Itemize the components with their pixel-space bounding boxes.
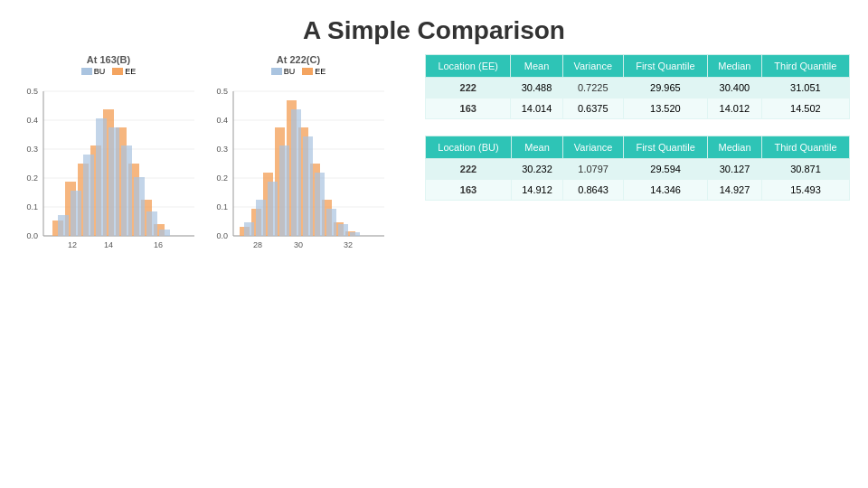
table-ee-header-mean: Mean xyxy=(511,55,562,78)
svg-rect-64 xyxy=(303,136,313,236)
table-bu-header-location: Location (BU) xyxy=(426,136,512,159)
table-bu-row2-firstq: 14.346 xyxy=(624,180,708,201)
svg-text:30: 30 xyxy=(294,240,303,249)
svg-text:0.5: 0.5 xyxy=(216,87,228,96)
table-ee-row1-mean: 30.488 xyxy=(511,78,562,99)
table-bu-row2-median: 14.927 xyxy=(708,180,762,201)
table-bu-header-mean: Mean xyxy=(511,136,562,159)
svg-text:0.3: 0.3 xyxy=(26,145,38,154)
table-bu-row1-median: 30.127 xyxy=(708,159,762,180)
svg-text:0.1: 0.1 xyxy=(216,202,228,211)
table-bu-row2-label: 163 xyxy=(426,180,512,201)
table-bu-row1-label: 222 xyxy=(426,159,512,180)
chart163-legend-bu: BU xyxy=(94,67,106,76)
table-bu-row1-mean: 30.232 xyxy=(511,159,562,180)
table-bu-row1-variance: 1.0797 xyxy=(563,159,624,180)
svg-text:0.5: 0.5 xyxy=(26,87,38,96)
svg-rect-26 xyxy=(96,118,107,236)
table-ee-row1-thirdq: 31.051 xyxy=(761,78,849,99)
svg-rect-59 xyxy=(244,222,254,236)
svg-rect-62 xyxy=(279,145,289,236)
table-bu-header-variance: Variance xyxy=(563,136,624,159)
svg-text:0.2: 0.2 xyxy=(26,174,38,183)
svg-text:0.3: 0.3 xyxy=(216,145,228,154)
svg-rect-23 xyxy=(58,215,69,236)
svg-rect-65 xyxy=(315,173,325,236)
svg-rect-61 xyxy=(268,182,278,236)
svg-rect-66 xyxy=(326,209,336,236)
table-bu: Location (BU) Mean Variance First Quanti… xyxy=(425,136,850,201)
table-bu-row2-thirdq: 15.493 xyxy=(761,180,849,201)
chart222-legend-ee: EE xyxy=(315,67,326,76)
table-ee-row1-firstq: 29.965 xyxy=(623,78,707,99)
chart-163-svg: 0.5 0.4 0.3 0.2 0.1 0.0 xyxy=(18,78,199,258)
chart-222-title: At 222(C) xyxy=(277,54,320,65)
table-bu-row1-firstq: 29.594 xyxy=(624,159,708,180)
svg-text:0.4: 0.4 xyxy=(26,116,38,125)
table-row: 222 30.488 0.7225 29.965 30.400 31.051 xyxy=(426,78,850,99)
table-bu-row2-mean: 14.912 xyxy=(511,180,562,201)
page-title: A Simple Comparison xyxy=(303,16,565,45)
table-ee-header-median: Median xyxy=(707,55,761,78)
svg-rect-29 xyxy=(134,177,145,236)
svg-rect-67 xyxy=(338,224,348,236)
chart222-legend-bu: BU xyxy=(284,67,296,76)
table-ee-header-variance: Variance xyxy=(562,55,623,78)
svg-rect-28 xyxy=(121,145,132,236)
table-ee-row2-firstq: 13.520 xyxy=(623,99,707,119)
main-content: At 163(B) BU EE 0.5 0.4 0.3 0.2 0.1 0 xyxy=(0,54,868,258)
svg-rect-30 xyxy=(146,211,157,236)
table-row: 163 14.014 0.6375 13.520 14.012 14.502 xyxy=(426,99,850,119)
table-ee-row2-label: 163 xyxy=(426,99,511,119)
svg-rect-68 xyxy=(350,232,360,236)
table-ee-row2-median: 14.012 xyxy=(707,99,761,119)
table-ee-row2-mean: 14.014 xyxy=(511,99,562,119)
chart-222-svg: 0.5 0.4 0.3 0.2 0.1 0.0 xyxy=(208,78,389,258)
table-bu-header-median: Median xyxy=(708,136,762,159)
svg-text:28: 28 xyxy=(253,240,262,249)
svg-rect-63 xyxy=(291,109,301,236)
table-row: 222 30.232 1.0797 29.594 30.127 30.871 xyxy=(426,159,850,180)
svg-text:0.1: 0.1 xyxy=(26,202,38,211)
table-ee-row2-thirdq: 14.502 xyxy=(761,99,849,119)
svg-rect-31 xyxy=(159,230,170,236)
table-ee-row1-variance: 0.7225 xyxy=(562,78,623,99)
chart-163-title: At 163(B) xyxy=(87,54,130,65)
table-bu-row1-thirdq: 30.871 xyxy=(761,159,849,180)
svg-text:14: 14 xyxy=(104,240,113,249)
svg-rect-60 xyxy=(256,200,266,236)
svg-text:16: 16 xyxy=(154,240,163,249)
table-bu-header-firstq: First Quantile xyxy=(624,136,708,159)
tables-area: Location (EE) Mean Variance First Quanti… xyxy=(425,54,850,201)
table-row: 163 14.912 0.8643 14.346 14.927 15.493 xyxy=(426,180,850,201)
chart-163: At 163(B) BU EE 0.5 0.4 0.3 0.2 0.1 0 xyxy=(18,54,199,258)
svg-text:0.2: 0.2 xyxy=(216,174,228,183)
svg-text:0.0: 0.0 xyxy=(216,231,228,240)
table-ee-header-thirdq: Third Quantile xyxy=(761,55,849,78)
svg-text:0.4: 0.4 xyxy=(216,116,228,125)
charts-area: At 163(B) BU EE 0.5 0.4 0.3 0.2 0.1 0 xyxy=(18,54,407,258)
chart-222: At 222(C) BU EE 0.5 0.4 0.3 0.2 0.1 0 xyxy=(208,54,389,258)
table-bu-row2-variance: 0.8643 xyxy=(563,180,624,201)
table-ee-row1-median: 30.400 xyxy=(707,78,761,99)
svg-text:12: 12 xyxy=(68,240,77,249)
chart163-legend-ee: EE xyxy=(125,67,136,76)
table-ee-header-firstq: First Quantile xyxy=(623,55,707,78)
table-ee-header-location: Location (EE) xyxy=(426,55,511,78)
svg-rect-27 xyxy=(108,127,119,236)
svg-rect-25 xyxy=(83,155,94,236)
svg-text:32: 32 xyxy=(344,240,353,249)
table-ee: Location (EE) Mean Variance First Quanti… xyxy=(425,54,850,119)
svg-rect-24 xyxy=(71,191,81,236)
table-bu-header-thirdq: Third Quantile xyxy=(761,136,849,159)
table-ee-row2-variance: 0.6375 xyxy=(562,99,623,119)
table-ee-row1-label: 222 xyxy=(426,78,511,99)
svg-text:0.0: 0.0 xyxy=(26,231,38,240)
